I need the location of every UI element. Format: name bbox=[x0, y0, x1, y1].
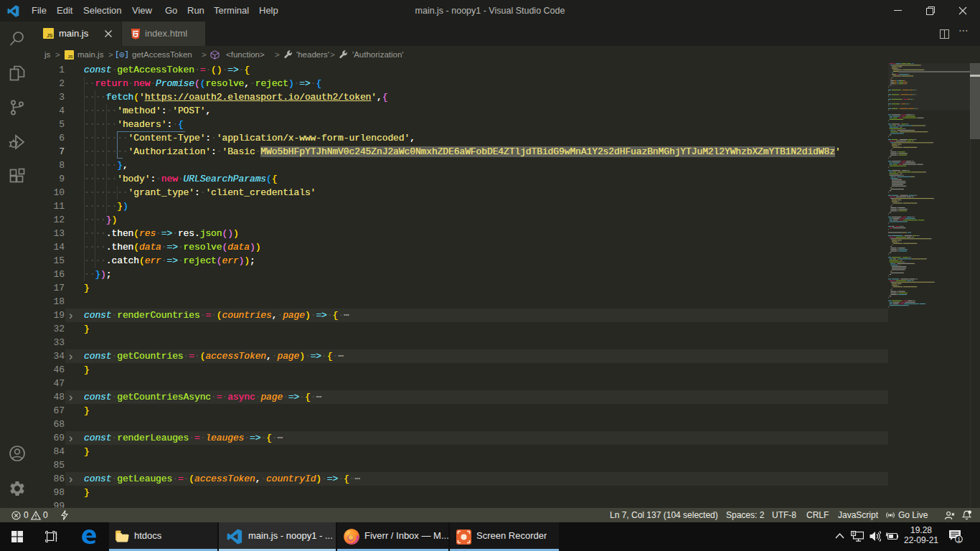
svg-text:JS: JS bbox=[67, 55, 72, 59]
svg-text:JS: JS bbox=[47, 33, 53, 38]
svg-text:1: 1 bbox=[957, 536, 961, 543]
